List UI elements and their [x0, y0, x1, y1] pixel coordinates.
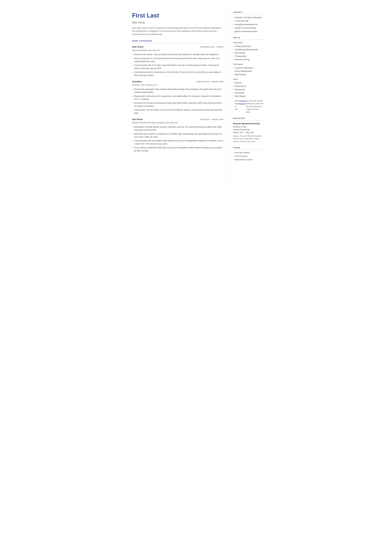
work-title-3: Taxi Driver — [132, 118, 143, 121]
tool-skill-5: Vomit Bag(s) — [233, 95, 263, 98]
work-title-row-2: Chauffeur February 2013 – October 2015 — [132, 80, 224, 83]
edu-awards: Awards: Resume Worded Teaching Fellow (o… — [233, 135, 263, 143]
work-entry-1: Uber Driver November 2015 – Present Resu… — [132, 45, 224, 77]
right-column: CONTACT Nashville, TN (Open to Remote) +… — [229, 6, 267, 183]
contact-item-1: Nashville, TN (Open to Remote) — [233, 16, 263, 19]
bullet-list-2: Ensured all passengers were seated safel… — [132, 88, 224, 115]
contact-item-4: linkedin.com/in/username — [233, 27, 263, 29]
tools-skills-list: GOFAR Phone Mount Radarscope Gas Buddy V… — [233, 82, 263, 98]
other-item-3: Valid Driver's License — [233, 158, 263, 161]
bullet-list-1: Received over $3.8K in tips by driving c… — [132, 53, 224, 77]
work-entry-2: Chauffeur February 2013 – October 2015 G… — [132, 80, 224, 115]
tool-skill-4: Gas Buddy — [233, 91, 263, 94]
skills-section: SKILLS Hard Skills: Driving (Advanced) C… — [233, 36, 263, 114]
work-company-1: Resume Worded, New York, NY — [132, 49, 224, 52]
hard-skill-3: Safe Driving — [233, 51, 263, 54]
work-title-row-1: Uber Driver November 2015 – Present — [132, 45, 224, 49]
hard-skill-4: Transportation — [233, 55, 263, 58]
contact-section: CONTACT Nashville, TN (Open to Remote) +… — [233, 11, 263, 33]
other-section-header: OTHER — [233, 146, 263, 150]
bullet-2-2: Responded to instructions from superviso… — [132, 95, 224, 101]
techniques-skills-list: Customer Satisfaction Vehicle Maintenanc… — [233, 66, 263, 76]
bullet-3-1: Maintained a friendly attitude towards c… — [132, 126, 224, 132]
work-dates-3: June 2010 – January 2013 — [200, 118, 223, 121]
tool-skill-3: Radarscope — [233, 88, 263, 91]
bullet-2-1: Ensured all passengers were seated safel… — [132, 88, 224, 94]
bullet-2-4: Transported 1.3K VIP clients to and from… — [132, 108, 224, 115]
technique-skill-2: Vehicle Maintenance — [233, 70, 263, 73]
work-dates-1: November 2015 – Present — [201, 45, 224, 49]
work-title-2: Chauffeur — [132, 80, 142, 83]
education-section-header: EDUCATION — [233, 117, 263, 120]
hard-skill-5: Defensive Driving — [233, 58, 263, 61]
bullet-1-4: Conducted preventive maintenance on the … — [132, 71, 224, 77]
bullet-1-1: Received over $3.8K in tips by driving c… — [132, 53, 224, 56]
edu-dates: Boston, MA — May 2010 — [233, 131, 263, 134]
bullet-1-3: Communicated with 4.1K riders about ETA … — [132, 64, 224, 70]
bullet-list-3: Maintained a friendly attitude towards c… — [132, 126, 224, 152]
resume-page: First Last Uber Driver Uber driver with … — [125, 0, 267, 189]
edu-school: Resume Worded University — [233, 122, 263, 125]
education-section: EDUCATION Resume Worded University Bache… — [233, 117, 263, 143]
contact-section-header: CONTACT — [233, 11, 263, 14]
bullet-1-2: Drove passengers to 2.3K destinations an… — [132, 57, 224, 63]
hard-skill-1: Driving (Advanced) — [233, 45, 263, 48]
bullet-2-3: Received zero tickets by following all t… — [132, 102, 224, 108]
hard-skill-2: Chauffeuring (Experienced) — [233, 48, 263, 51]
edu-field: Applied Psychology — [233, 128, 263, 131]
contact-item-3: email@resumeworded.com — [233, 23, 263, 26]
other-item-1: Four-door Vehicle — [233, 151, 263, 154]
bullet-3-3: Communicated with passengers while drivi… — [132, 139, 224, 146]
tool-skill-2: Phone Mount — [233, 85, 263, 88]
left-column: First Last Uber Driver Uber driver with … — [125, 6, 229, 183]
work-company-2: Growthsi, San Francisco, CA — [132, 84, 224, 87]
other-list: Four-door Vehicle Auto Insurance Valid D… — [233, 151, 263, 161]
technique-skill-1: Customer Satisfaction — [233, 66, 263, 69]
hard-skills-list: Driving (Advanced) Chauffeuring (Experie… — [233, 45, 263, 61]
work-title-1: Uber Driver — [132, 45, 144, 49]
contact-item-5: github.com/resumeworded — [233, 30, 263, 33]
skills-section-header: SKILLS — [233, 36, 263, 40]
skills-category-tools: Tools: — [233, 78, 263, 81]
skills-note: Don't forget to use Resume Worded to sca… — [233, 99, 263, 113]
job-title: Uber Driver — [132, 21, 224, 24]
bullet-3-4: Drove safely and followed traffic laws a… — [132, 146, 224, 152]
edu-degree: Bachelor of Arts — [233, 125, 263, 128]
skills-category-hard: Hard Skills: — [233, 41, 263, 44]
contact-list: Nashville, TN (Open to Remote) +1-234-45… — [233, 16, 263, 33]
other-item-2: Auto Insurance — [233, 155, 263, 158]
contact-item-2: +1-234-456-789 — [233, 20, 263, 22]
technique-skill-3: Map Reading — [233, 73, 263, 76]
skills-category-techniques: Techniques: — [233, 63, 263, 66]
work-title-row-3: Taxi Driver June 2010 – January 2013 — [132, 118, 224, 121]
work-entry-3: Taxi Driver June 2010 – January 2013 Res… — [132, 118, 224, 152]
work-company-3: Resume Worded's Exciting Company, New Yo… — [132, 121, 224, 124]
candidate-name: First Last — [132, 11, 224, 20]
tool-skill-1: GOFAR — [233, 82, 263, 84]
summary-text: Uber driver with 10 years of experience … — [132, 26, 224, 36]
other-section: OTHER Four-door Vehicle Auto Insurance V… — [233, 146, 263, 161]
resume-worded-link[interactable]: Resume Worded — [239, 99, 246, 105]
work-experience-section-header: WORK EXPERIENCE — [132, 40, 224, 43]
bullet-3-2: Recorded zero customer complaints for 30… — [132, 133, 224, 139]
work-dates-2: February 2013 – October 2015 — [196, 80, 224, 83]
